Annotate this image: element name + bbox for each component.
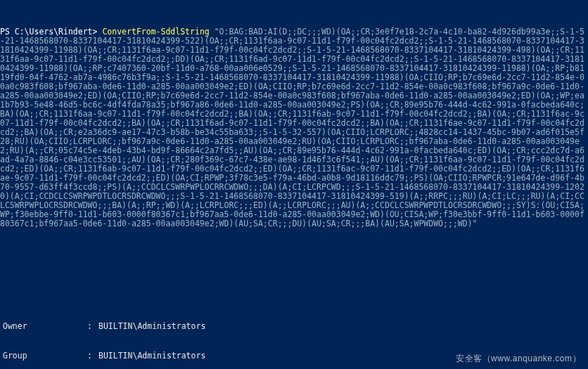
group-value: BUILTIN\Administrators [98,351,585,361]
separator: : [87,351,98,361]
owner-row: Owner : BUILTIN\Administrators [3,321,585,331]
output-object: Owner : BUILTIN\Administrators Group : B… [0,302,588,369]
group-row: Group : BUILTIN\Administrators [3,351,585,361]
command-input[interactable]: ConvertFrom-SddlString [102,27,209,37]
owner-value: BUILTIN\Administrators [98,321,585,331]
prompt-path: PS C:\Users\Rindert> [0,27,97,37]
sddl-string-argument: "O:BAG:BAD:AI(D;;DC;;;WD)(OA;;CR;3e0f7e1… [0,27,584,228]
prompt-line: PS C:\Users\Rindert> ConvertFrom-SddlStr… [0,27,588,228]
owner-label: Owner [3,321,87,331]
separator: : [87,321,98,331]
blank-gap [0,256,588,274]
powershell-terminal[interactable]: PS C:\Users\Rindert> ConvertFrom-SddlStr… [0,0,588,369]
group-label: Group [3,351,87,361]
